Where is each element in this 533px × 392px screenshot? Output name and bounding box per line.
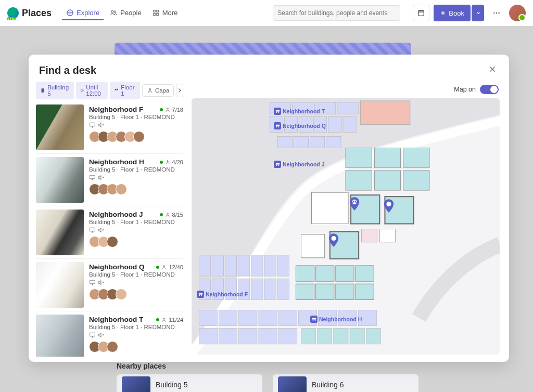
svg-point-16	[167, 108, 168, 109]
svg-rect-59	[264, 255, 276, 276]
map-toggle[interactable]	[480, 85, 499, 94]
user-avatar[interactable]	[509, 5, 526, 21]
neighborhood-list[interactable]: Neighborhood F 7/18 Building 5 · Floor 1…	[36, 103, 183, 357]
svg-rect-91	[318, 329, 332, 344]
svg-point-18	[167, 160, 168, 162]
svg-rect-101	[275, 163, 279, 164]
filter-floor[interactable]: Floor 1	[110, 82, 140, 99]
map-label-q[interactable]: Neighborhood Q	[274, 122, 326, 129]
filter-building[interactable]: Building 5	[36, 82, 74, 99]
svg-point-22	[163, 265, 165, 267]
map-pin[interactable]	[328, 233, 339, 248]
svg-rect-97	[278, 111, 278, 113]
svg-rect-43	[403, 148, 429, 168]
svg-rect-17	[90, 123, 95, 126]
neighborhood-card[interactable]: Neighborhood T 11/24 Building 5 · Floor …	[36, 313, 183, 357]
neighborhood-body: Neighborhood Q 12/40 Building 5 · Floor …	[89, 262, 183, 308]
filter-time[interactable]: Until 12:00	[76, 82, 108, 99]
svg-rect-96	[276, 111, 276, 113]
map-label-h[interactable]: Neighborhood H	[310, 316, 362, 323]
neighborhood-amenities	[89, 332, 183, 338]
neighborhood-card[interactable]: Neighborhood J 8/15 Building 5 · Floor 1…	[36, 208, 183, 259]
nearby-card-b6[interactable]: Building 6	[273, 374, 418, 392]
nearby-thumb	[278, 376, 307, 392]
floor-icon	[114, 87, 119, 94]
svg-point-9	[496, 12, 497, 14]
svg-point-111	[353, 201, 354, 202]
app-logo[interactable]: PRE Places	[7, 7, 52, 19]
find-desk-modal: Find a desk Building 5 Until 12:00 Floor…	[29, 55, 509, 362]
tab-explore[interactable]: Explore	[62, 6, 104, 20]
avatar-face	[116, 184, 127, 195]
svg-rect-78	[239, 310, 257, 325]
neighborhood-card[interactable]: Neighborhood F 7/18 Building 5 · Floor 1…	[36, 103, 183, 154]
neighborhood-thumb	[36, 210, 84, 255]
neighborhood-card[interactable]: Neighborhood H 4/20 Building 5 · Floor 1…	[36, 156, 183, 206]
svg-rect-55	[212, 255, 223, 276]
filter-capacity-label: Capa	[155, 87, 170, 94]
no-sound-icon	[98, 332, 105, 338]
map-pin[interactable]	[383, 199, 395, 214]
neighborhood-body: Neighborhood J 8/15 Building 5 · Floor 1…	[89, 210, 183, 255]
map-label-f[interactable]: Neighborhood F	[197, 291, 248, 298]
svg-rect-69	[316, 266, 334, 281]
screen-icon	[89, 279, 96, 286]
book-button[interactable]: Book	[434, 5, 471, 21]
svg-rect-25	[90, 333, 95, 336]
no-sound-icon	[98, 279, 105, 286]
book-dropdown[interactable]	[472, 5, 484, 21]
svg-rect-65	[251, 279, 263, 299]
neighborhood-name: Neighborhood T	[89, 316, 143, 323]
svg-rect-98	[275, 124, 279, 126]
tab-more[interactable]: More	[148, 6, 182, 20]
svg-rect-105	[199, 294, 199, 296]
person-icon	[165, 212, 170, 217]
filter-building-label: Building 5	[47, 84, 70, 97]
map-pin[interactable]	[349, 197, 360, 212]
person-icon	[165, 160, 170, 165]
app-name: Places	[22, 8, 52, 19]
svg-rect-56	[225, 255, 237, 276]
svg-rect-5	[153, 13, 155, 15]
neighborhood-amenities	[89, 122, 183, 128]
svg-rect-23	[90, 280, 95, 284]
svg-rect-72	[296, 284, 314, 299]
search-input[interactable]	[273, 5, 400, 21]
nearby-title: Nearby places	[117, 362, 166, 370]
svg-rect-90	[301, 329, 315, 344]
neighborhood-name: Neighborhood F	[89, 106, 143, 113]
svg-rect-67	[277, 279, 289, 299]
svg-rect-34	[328, 116, 341, 132]
status-dot	[156, 318, 159, 321]
neighborhood-name: Neighborhood Q	[89, 263, 144, 271]
svg-point-20	[167, 213, 168, 214]
chevron-right-icon	[176, 87, 183, 94]
map-label-t[interactable]: Neighborhood T	[274, 108, 325, 115]
person-icon	[161, 265, 167, 270]
map-label-j[interactable]: Neighborhood J	[274, 161, 325, 168]
neighborhood-body: Neighborhood F 7/18 Building 5 · Floor 1…	[89, 104, 183, 150]
neighborhood-body: Neighborhood H 4/20 Building 5 · Floor 1…	[89, 157, 183, 203]
svg-point-113	[386, 202, 391, 206]
svg-rect-13	[115, 89, 116, 90]
svg-point-2	[115, 11, 116, 12]
svg-rect-87	[239, 329, 257, 344]
svg-rect-93	[350, 329, 364, 344]
svg-rect-80	[278, 310, 297, 325]
neighborhood-people	[89, 131, 183, 142]
neighborhood-card[interactable]: Neighborhood Q 12/40 Building 5 · Floor …	[36, 261, 183, 311]
tab-people[interactable]: People	[106, 6, 145, 20]
app-header: PRE Places Explore People More Book	[0, 0, 533, 26]
filter-more[interactable]	[176, 84, 183, 97]
svg-rect-86	[219, 329, 237, 344]
svg-rect-66	[264, 279, 276, 299]
svg-rect-104	[198, 293, 202, 294]
nearby-card-b5[interactable]: Building 5	[117, 374, 262, 392]
calendar-button[interactable]	[413, 5, 429, 21]
svg-point-1	[111, 10, 113, 12]
floor-map[interactable]: Neighborhood T Neighborhood Q Neighborho…	[192, 98, 500, 355]
svg-rect-60	[277, 255, 289, 276]
close-button[interactable]	[486, 63, 499, 77]
filter-capacity[interactable]: Capa	[142, 84, 174, 97]
more-button[interactable]	[488, 5, 505, 21]
